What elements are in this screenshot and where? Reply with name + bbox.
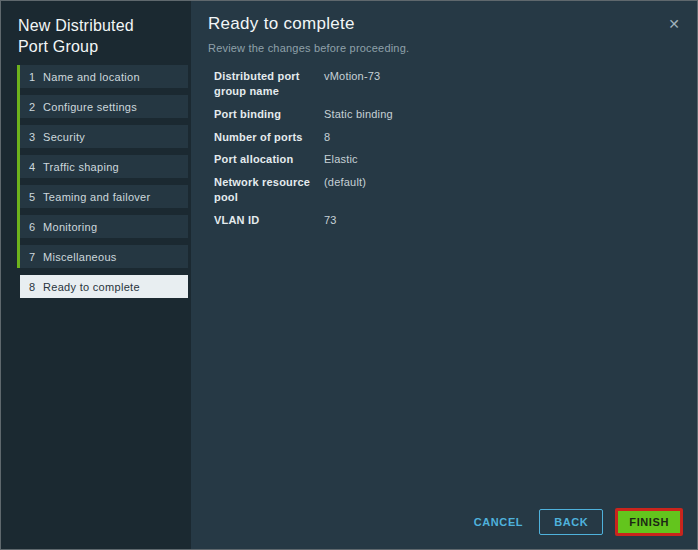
close-button[interactable]: ✕: [664, 14, 684, 34]
review-row-value: (default): [324, 175, 697, 205]
step-number: 7: [29, 251, 43, 263]
wizard-content-panel: Ready to complete Review the changes bef…: [191, 1, 697, 549]
table-row: VLAN ID 73: [214, 213, 697, 228]
page-subtitle: Review the changes before proceeding.: [191, 42, 697, 54]
review-row-label: Network resource pool: [214, 175, 314, 205]
page-title: Ready to complete: [191, 1, 697, 34]
table-row: Port binding Static binding: [214, 107, 697, 122]
wizard-footer: CANCEL BACK FINISH: [470, 508, 683, 536]
sidebar-item-step-7-miscellaneous[interactable]: 7 Miscellaneous: [20, 245, 188, 268]
review-row-value: 8: [324, 130, 697, 145]
review-row-value: Static binding: [324, 107, 697, 122]
review-row-label: VLAN ID: [214, 213, 314, 228]
finish-button[interactable]: FINISH: [615, 508, 683, 536]
step-number: 4: [29, 161, 43, 173]
review-row-value: 73: [324, 213, 697, 228]
sidebar-item-step-3-security[interactable]: 3 Security: [20, 125, 188, 148]
step-label: Teaming and failover: [43, 191, 151, 203]
table-row: Distributed port group name vMotion-73: [214, 69, 697, 99]
new-distributed-port-group-dialog: New Distributed Port Group 1 Name and lo…: [0, 0, 698, 550]
sidebar-item-step-6-monitoring[interactable]: 6 Monitoring: [20, 215, 188, 238]
step-label: Ready to complete: [43, 281, 140, 293]
step-label: Configure settings: [43, 101, 137, 113]
close-icon: ✕: [668, 16, 680, 32]
review-row-label: Number of ports: [214, 130, 314, 145]
sidebar-item-step-8-ready-to-complete[interactable]: 8 Ready to complete: [20, 275, 188, 298]
review-row-value: vMotion-73: [324, 69, 697, 99]
step-label: Monitoring: [43, 221, 97, 233]
sidebar-item-step-5-teaming-and-failover[interactable]: 5 Teaming and failover: [20, 185, 188, 208]
review-row-label: Port allocation: [214, 152, 314, 167]
step-number: 5: [29, 191, 43, 203]
step-number: 6: [29, 221, 43, 233]
review-summary-table: Distributed port group name vMotion-73 P…: [214, 69, 697, 228]
wizard-title: New Distributed Port Group: [18, 15, 168, 57]
table-row: Port allocation Elastic: [214, 152, 697, 167]
review-row-label: Distributed port group name: [214, 69, 314, 99]
wizard-steps: 1 Name and location 2 Configure settings…: [1, 65, 191, 298]
table-row: Number of ports 8: [214, 130, 697, 145]
wizard-sidebar: New Distributed Port Group 1 Name and lo…: [1, 1, 191, 549]
review-row-value: Elastic: [324, 152, 697, 167]
cancel-button[interactable]: CANCEL: [470, 510, 527, 534]
sidebar-item-step-4-traffic-shaping[interactable]: 4 Traffic shaping: [20, 155, 188, 178]
review-row-label: Port binding: [214, 107, 314, 122]
step-label: Security: [43, 131, 85, 143]
back-button[interactable]: BACK: [539, 509, 603, 535]
step-number: 8: [29, 281, 43, 293]
table-row: Network resource pool (default): [214, 175, 697, 205]
step-number: 2: [29, 101, 43, 113]
sidebar-item-step-2-configure-settings[interactable]: 2 Configure settings: [20, 95, 188, 118]
progress-bar: [17, 65, 20, 268]
step-label: Name and location: [43, 71, 140, 83]
step-label: Miscellaneous: [43, 251, 117, 263]
step-number: 3: [29, 131, 43, 143]
step-label: Traffic shaping: [43, 161, 119, 173]
step-number: 1: [29, 71, 43, 83]
sidebar-item-step-1-name-and-location[interactable]: 1 Name and location: [20, 65, 188, 88]
